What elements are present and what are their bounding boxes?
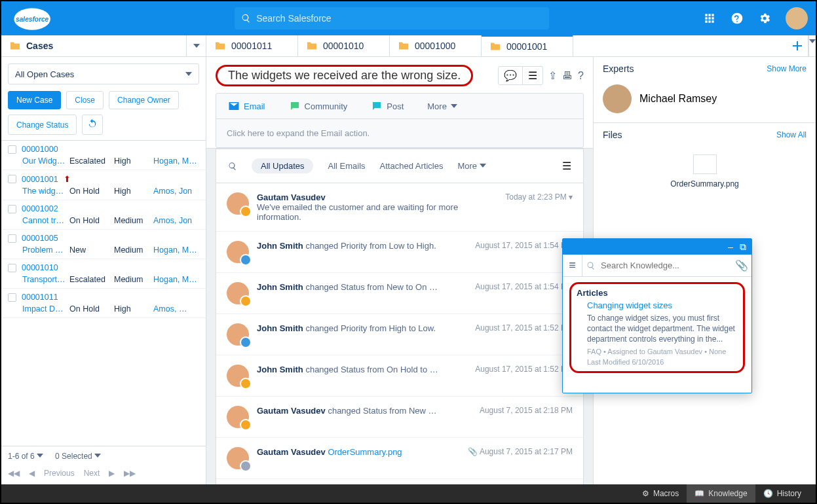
- case-number-link[interactable]: 00001011: [22, 293, 58, 302]
- case-subject-link[interactable]: Impact D…: [22, 304, 67, 314]
- nav-object-tab[interactable]: Cases: [1, 35, 206, 56]
- new-tab-button[interactable]: [786, 35, 808, 56]
- publisher-body[interactable]: Click here to expand the Email action.: [216, 119, 583, 147]
- case-subject-link[interactable]: Cannot tr…: [22, 216, 67, 225]
- knowledge-popout-icon[interactable]: ⧉: [740, 242, 746, 253]
- knowledge-attach-icon[interactable]: 📎: [732, 259, 751, 272]
- case-owner-link[interactable]: Hogan, M…: [153, 245, 197, 255]
- feed-filter-all[interactable]: All Updates: [252, 158, 313, 173]
- feed-item[interactable]: John Smith changed Priority from Low to …: [216, 232, 583, 273]
- pager-range[interactable]: 1-6 of 6: [8, 452, 43, 461]
- row-checkbox[interactable]: [8, 175, 16, 183]
- new-case-button[interactable]: New Case: [8, 91, 61, 109]
- pager-prev-label[interactable]: Previous: [44, 469, 75, 478]
- feed-actor: John Smith: [257, 323, 303, 333]
- case-subject-link[interactable]: The widg…: [22, 187, 67, 196]
- knowledge-menu-icon[interactable]: ≡: [563, 255, 582, 276]
- feed-filter-emails[interactable]: All Emails: [328, 161, 365, 171]
- workspace-tab[interactable]: 00001001: [482, 35, 573, 56]
- case-list-item[interactable]: 00001005Problem …NewMediumHogan, M…: [1, 230, 206, 259]
- pager-next-label[interactable]: Next: [84, 469, 100, 478]
- publisher-tab-more[interactable]: More: [415, 95, 469, 118]
- case-number-link[interactable]: 00001000: [22, 145, 58, 154]
- change-status-button[interactable]: Change Status: [8, 115, 77, 135]
- case-owner-link[interactable]: Amos, Jon: [153, 187, 192, 196]
- view-toggle[interactable]: 💬 ☰: [498, 66, 543, 85]
- case-number-link[interactable]: 00001001: [22, 175, 58, 184]
- pager-prev[interactable]: ◀: [29, 469, 35, 478]
- publisher-tab-email[interactable]: Email: [216, 94, 277, 118]
- app-launcher-icon[interactable]: [703, 12, 716, 25]
- case-list-item[interactable]: 00001002Cannot tr…On HoldMediumAmos, Jon: [1, 200, 206, 230]
- pager-first[interactable]: ◀◀: [8, 469, 20, 478]
- case-list-item[interactable]: 00001010Transport…EscalatedMediumHogan, …: [1, 259, 206, 289]
- row-checkbox[interactable]: [8, 234, 16, 243]
- knowledge-search-input[interactable]: [596, 255, 732, 276]
- utility-history[interactable]: 🕓 History: [755, 484, 809, 503]
- feed-actor: Gautam Vasudev: [257, 447, 326, 457]
- global-search[interactable]: [235, 7, 549, 29]
- feed-item[interactable]: Gautam Vasudev changed Status from New ……: [216, 397, 583, 438]
- case-owner-link[interactable]: Amos, …: [153, 304, 187, 314]
- feed-item[interactable]: John Smith changed Priority from High to…: [216, 314, 583, 355]
- global-search-input[interactable]: [256, 13, 542, 24]
- view-details-icon[interactable]: ☰: [523, 67, 542, 84]
- view-feed-icon[interactable]: 💬: [499, 67, 523, 84]
- feed-item[interactable]: John Smith changed Status from New to On…: [216, 273, 583, 314]
- case-subject-link[interactable]: Transport…: [22, 275, 67, 284]
- case-number-link[interactable]: 00001010: [22, 263, 58, 272]
- list-panel: All Open Cases New Case Close Change Own…: [1, 57, 206, 484]
- close-case-button[interactable]: Close: [66, 91, 104, 109]
- listview-picker[interactable]: All Open Cases: [8, 63, 199, 84]
- workspace-tab[interactable]: 00001000: [390, 35, 482, 56]
- article-title[interactable]: Changing widget sizes: [587, 300, 738, 310]
- case-owner-link[interactable]: Hogan, M…: [153, 275, 197, 284]
- file-item[interactable]: OrderSummary.png: [594, 145, 816, 198]
- feed-item[interactable]: John Smith changed Status from On Hold t…: [216, 355, 583, 397]
- workspace-tab[interactable]: 00001011: [206, 35, 298, 56]
- print-icon[interactable]: 🖶: [562, 70, 573, 82]
- feed-search-icon[interactable]: [228, 162, 237, 171]
- case-owner-link[interactable]: Hogan, M…: [153, 156, 197, 166]
- refresh-button[interactable]: [82, 115, 103, 135]
- case-list-item[interactable]: 00001001⬆The widg…On HoldHighAmos, Jon: [1, 170, 206, 200]
- record-help-icon[interactable]: ?: [578, 70, 584, 82]
- user-avatar[interactable]: [786, 7, 808, 29]
- share-icon[interactable]: ⇪: [548, 69, 557, 82]
- help-icon[interactable]: [731, 12, 744, 25]
- row-checkbox[interactable]: [8, 293, 16, 302]
- expert-item[interactable]: Michael Ramsey: [594, 79, 816, 122]
- feed-item[interactable]: Gautam Vasudev OrderSummary.png📎 August …: [216, 438, 583, 479]
- utility-macros[interactable]: ⚙ Macros: [634, 484, 687, 503]
- feed-filter-more[interactable]: More: [457, 161, 485, 171]
- pager-last[interactable]: ▶▶: [124, 469, 136, 478]
- case-list-item[interactable]: 00001000Our Widg…EscalatedHighHogan, M…: [1, 141, 206, 170]
- feed-layout-icon[interactable]: ☰: [562, 160, 571, 172]
- case-owner-link[interactable]: Amos, Jon: [153, 216, 192, 225]
- nav-dropdown-button[interactable]: [186, 35, 206, 56]
- feed-filter-articles[interactable]: Attached Articles: [380, 161, 444, 171]
- files-show-all[interactable]: Show All: [776, 130, 807, 139]
- case-number-link[interactable]: 00001005: [22, 234, 58, 243]
- publisher-tab-community[interactable]: Community: [277, 94, 360, 118]
- case-number-link[interactable]: 00001002: [22, 204, 58, 213]
- pager-next[interactable]: ▶: [109, 469, 115, 478]
- case-subject-link[interactable]: Problem …: [22, 245, 67, 255]
- setup-gear-icon[interactable]: [758, 12, 771, 25]
- workspace-tab[interactable]: 00001010: [298, 35, 390, 56]
- feed-file-link[interactable]: OrderSummary.png: [328, 447, 402, 457]
- change-owner-button[interactable]: Change Owner: [109, 91, 179, 109]
- experts-show-more[interactable]: Show More: [767, 64, 807, 73]
- row-checkbox[interactable]: [8, 205, 16, 213]
- pager-selected[interactable]: 0 Selected: [55, 452, 101, 461]
- case-list-item[interactable]: 00001011Impact D…On HoldHighAmos, …: [1, 289, 206, 318]
- case-subject-link[interactable]: Our Widg…: [22, 156, 67, 166]
- publisher-tab-post[interactable]: Post: [359, 94, 415, 118]
- utility-knowledge[interactable]: 📖 Knowledge: [687, 484, 755, 503]
- row-checkbox[interactable]: [8, 264, 16, 272]
- search-icon: [241, 13, 251, 24]
- row-checkbox[interactable]: [8, 145, 16, 154]
- knowledge-minimize-icon[interactable]: –: [728, 242, 733, 252]
- feed-item[interactable]: Gautam VasudevWe've emailed the customer…: [216, 183, 583, 232]
- tab-overflow-button[interactable]: [808, 35, 816, 56]
